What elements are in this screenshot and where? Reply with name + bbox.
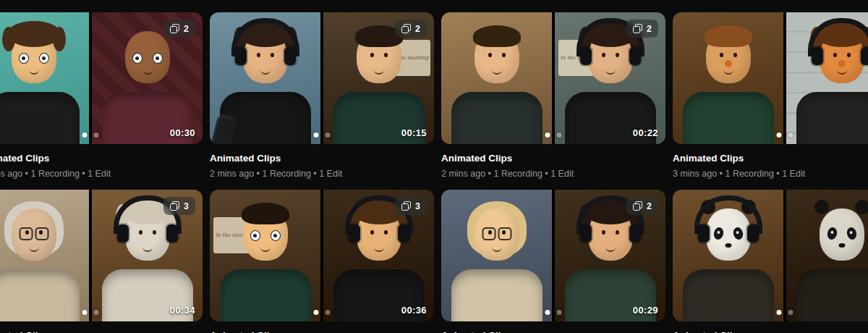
clip-meta: 2 mins ago • 1 Recording • 1 Edit bbox=[210, 169, 434, 179]
headphones-cup bbox=[349, 224, 360, 243]
clip-card[interactable]: In the morning 3 00:36 Animated Clips bbox=[210, 190, 434, 333]
clip-thumbnail-panels bbox=[673, 190, 868, 321]
carousel-dot[interactable] bbox=[788, 132, 793, 138]
clip-thumbnail[interactable]: 3 00:34 bbox=[0, 190, 203, 321]
hair bbox=[242, 203, 289, 224]
carousel-dot[interactable] bbox=[557, 310, 562, 315]
hair bbox=[705, 25, 752, 47]
carousel-dot[interactable] bbox=[557, 132, 562, 138]
carousel-dot[interactable] bbox=[82, 132, 88, 138]
clip-thumbnail[interactable]: In the morning 2 00:15 bbox=[210, 12, 434, 144]
panda-ear bbox=[814, 200, 829, 214]
headphones-cup bbox=[629, 47, 641, 65]
carousel-dot[interactable] bbox=[314, 310, 319, 315]
hair bbox=[7, 21, 61, 47]
carousel-dots[interactable] bbox=[777, 132, 793, 138]
eyes bbox=[720, 53, 737, 57]
carousel-dot[interactable] bbox=[545, 132, 550, 138]
clip-count-value: 2 bbox=[415, 24, 420, 34]
eye bbox=[39, 53, 49, 64]
clip-card[interactable]: Animated Clips 3 mins ago • 1 Recording … bbox=[673, 12, 868, 190]
torso bbox=[0, 269, 80, 321]
clip-count-badge: 2 bbox=[626, 197, 658, 215]
clip-card[interactable]: 2 00:29 Animated Clips bbox=[441, 190, 665, 333]
carousel-dot[interactable] bbox=[777, 310, 782, 315]
clip-thumbnail[interactable]: In the morning 2 00:22 bbox=[441, 12, 665, 144]
clip-thumbnail[interactable] bbox=[673, 12, 868, 144]
eyes bbox=[19, 53, 49, 64]
clip-meta: 2 mins ago • 1 Recording • 1 Edit bbox=[0, 169, 203, 179]
carousel-dots[interactable] bbox=[314, 132, 331, 138]
duration-label: 00:22 bbox=[633, 127, 658, 138]
eye bbox=[132, 53, 142, 64]
glasses bbox=[19, 227, 48, 240]
eye bbox=[250, 230, 260, 241]
clip-card[interactable]: In the morning 2 00:22 Animated Clips 2 … bbox=[441, 12, 665, 190]
clip-card[interactable]: In the morning 2 00:15 Animated Clips 2 … bbox=[210, 12, 434, 190]
torso bbox=[683, 269, 774, 321]
panda-dark-library-thumbnail bbox=[786, 190, 868, 321]
clip-thumbnail-panels bbox=[673, 12, 868, 144]
clip-card[interactable]: 2 00:30 Animated Clips 2 mins ago • 1 Re… bbox=[0, 12, 203, 190]
headphones-cup bbox=[284, 47, 296, 65]
carousel-dots[interactable] bbox=[82, 310, 99, 315]
headphones-cup bbox=[580, 47, 592, 65]
toon-man-dark-jacket-tan-bg-thumbnail bbox=[441, 12, 552, 144]
headphones-cup bbox=[580, 224, 592, 243]
eyes bbox=[250, 230, 281, 241]
carousel-dots[interactable] bbox=[545, 310, 562, 315]
clip-title: Animated Clips bbox=[441, 153, 665, 164]
clip-count-badge: 3 bbox=[163, 197, 195, 215]
duration-label: 00:15 bbox=[401, 127, 427, 138]
clips-grid: 2 00:30 Animated Clips 2 mins ago • 1 Re… bbox=[0, 12, 868, 333]
puppet-green-shirt-brown-bg-thumbnail bbox=[673, 12, 783, 144]
clip-title: Animated Clips bbox=[0, 330, 203, 333]
clip-count-value: 2 bbox=[184, 24, 189, 34]
clip-count-value: 2 bbox=[647, 24, 652, 34]
clip-thumbnail[interactable]: 2 00:30 bbox=[0, 12, 203, 144]
duration-label: 00:34 bbox=[170, 305, 195, 316]
clip-thumbnail[interactable]: 2 00:29 bbox=[441, 190, 665, 321]
carousel-dot[interactable] bbox=[94, 310, 99, 315]
glasses bbox=[482, 227, 511, 240]
carousel-dot[interactable] bbox=[788, 310, 793, 315]
carousel-dot[interactable] bbox=[326, 310, 331, 315]
clip-count-badge: 3 bbox=[395, 197, 427, 215]
eye bbox=[733, 53, 737, 57]
carousel-dot[interactable] bbox=[777, 132, 782, 138]
eyes bbox=[370, 53, 388, 57]
copy-icon bbox=[170, 201, 179, 211]
carousel-dot[interactable] bbox=[326, 132, 331, 138]
eye bbox=[720, 53, 723, 57]
torso bbox=[451, 269, 542, 321]
puppet-nose bbox=[838, 60, 846, 67]
clip-thumbnail[interactable]: In the morning 3 00:36 bbox=[210, 190, 434, 321]
clip-title: Animated Clips bbox=[210, 153, 434, 164]
headphones-cup bbox=[398, 224, 409, 243]
carousel-dots[interactable] bbox=[82, 132, 99, 138]
panda-nose bbox=[725, 243, 731, 248]
carousel-dots[interactable] bbox=[545, 132, 562, 138]
clip-title: Animated Clips bbox=[441, 330, 665, 333]
duration-label: 00:30 bbox=[170, 127, 195, 138]
carousel-dot[interactable] bbox=[545, 310, 550, 315]
carousel-dots[interactable] bbox=[777, 310, 793, 315]
carousel-dot[interactable] bbox=[94, 132, 99, 138]
clip-card[interactable]: 3 00:34 Animated Clips bbox=[0, 190, 203, 333]
toon-man-headphones-mic-blue-bg-thumbnail bbox=[210, 12, 320, 144]
clip-count-badge: 2 bbox=[626, 20, 658, 38]
copy-icon bbox=[401, 24, 411, 33]
clip-count-value: 3 bbox=[415, 201, 420, 211]
puppet-nose bbox=[725, 60, 732, 67]
clip-thumbnail[interactable] bbox=[673, 190, 868, 321]
carousel-dots[interactable] bbox=[314, 310, 331, 315]
clip-count-badge: 2 bbox=[395, 20, 427, 38]
clip-count-value: 2 bbox=[647, 201, 652, 211]
clip-card[interactable]: Animated Clips bbox=[673, 190, 868, 333]
eye bbox=[271, 230, 281, 241]
torso bbox=[683, 92, 774, 144]
eye bbox=[370, 53, 374, 57]
carousel-dot[interactable] bbox=[82, 310, 88, 315]
eyes bbox=[488, 53, 506, 57]
carousel-dot[interactable] bbox=[314, 132, 319, 138]
